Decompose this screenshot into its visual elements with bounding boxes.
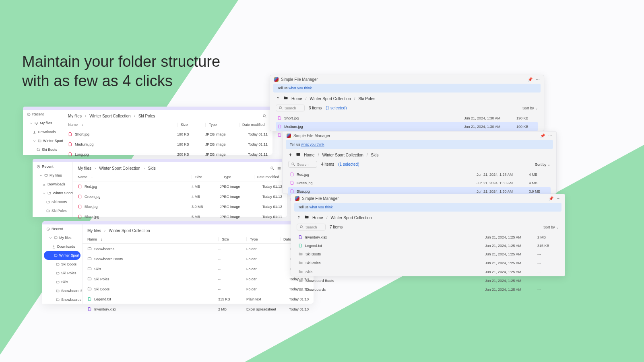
sfm-file-row[interactable]: Legend.txt Jun 21, 2024, 1:25 AM315 KB xyxy=(297,241,559,250)
breadcrumb-item[interactable]: Skis xyxy=(371,153,379,157)
sidebar-tree-item[interactable]: Snowboard Bo.. xyxy=(42,286,82,295)
file-row[interactable]: Snowboard Boots --FolderToday 01:13 xyxy=(83,254,314,264)
sfm-file-row[interactable]: Medium.jpg Jun 21, 2024, 1:30 AM190 KB xyxy=(276,122,538,131)
sidebar-tree-item[interactable]: Ski Boots xyxy=(42,260,82,269)
search-input[interactable]: Search xyxy=(297,224,326,230)
breadcrumb-item[interactable]: Skis xyxy=(148,166,156,171)
search-icon[interactable] xyxy=(262,114,267,119)
sfm-file-row[interactable]: Short.jpg Jun 21, 2024, 1:30 AM190 KB xyxy=(276,114,538,122)
up-icon[interactable] xyxy=(288,152,293,158)
breadcrumb-item[interactable]: Home xyxy=(304,153,315,157)
file-row[interactable]: Legend.txt 315 KBPlain textToday 01:10 xyxy=(83,294,314,304)
breadcrumb-item[interactable]: My files xyxy=(68,114,82,118)
sidebar-recent[interactable]: Recent xyxy=(42,224,82,233)
sfm-file-row[interactable]: Green.jpg Jun 21, 2024, 1:30 AM4 MB xyxy=(288,179,551,187)
sidebar-recent[interactable]: Recent xyxy=(33,162,72,171)
col-type[interactable]: Type xyxy=(220,175,254,179)
pin-icon[interactable]: 📌 xyxy=(549,196,553,201)
breadcrumb-item[interactable]: Winter Sport Collection xyxy=(89,114,130,118)
pin-icon[interactable]: 📌 xyxy=(540,134,545,138)
file-row[interactable]: Snowboards --FolderToday 01:13 xyxy=(83,244,314,254)
col-name[interactable]: Name↓ xyxy=(68,123,177,127)
sidebar-my-files[interactable]: My files xyxy=(23,119,63,128)
breadcrumb-item[interactable]: Winter Sport Collection xyxy=(330,216,372,220)
file-row[interactable]: Long.jpg 200 KBJPEG imageToday 01:11 xyxy=(63,149,272,159)
sfm-file-row[interactable]: Ski Boots Jun 21, 2024, 1:25 AM--- xyxy=(297,250,559,259)
svg-rect-7 xyxy=(54,237,57,239)
sidebar-tree-item[interactable]: Snowboards xyxy=(42,295,82,304)
sfm-file-row[interactable]: Snowboard Boots Jun 21, 2024, 1:25 AM--- xyxy=(297,276,559,285)
sfm-panel-skis: Simple File Manager 📌⋯ Tell us what you … xyxy=(282,131,557,194)
up-icon[interactable] xyxy=(297,215,301,220)
up-icon[interactable] xyxy=(276,96,280,101)
sidebar-my-files[interactable]: My files xyxy=(33,171,72,180)
pin-icon[interactable]: 📌 xyxy=(528,77,533,82)
col-name[interactable]: Name↓ xyxy=(78,175,192,179)
sort-by-button[interactable]: Sort by ⌄ xyxy=(543,225,559,229)
sfm-logo-icon xyxy=(274,77,279,82)
search-input[interactable]: Search xyxy=(276,105,305,111)
sidebar-recent[interactable]: Recent xyxy=(23,110,63,119)
sidebar-tree-item[interactable]: Ski Poles xyxy=(42,269,82,278)
sfm-header: Simple File Manager 📌⋯ xyxy=(270,75,544,84)
breadcrumb-item[interactable]: Winter Sport Collection xyxy=(322,153,363,157)
sfm-file-row[interactable]: Inventory.xlsx Jun 21, 2024, 1:25 AM2 MB xyxy=(297,233,559,241)
sidebar-wsc[interactable]: Winter Sport Colle.. xyxy=(44,251,80,260)
sidebar-wsc[interactable]: Winter Sport Colle.. xyxy=(33,189,72,197)
sidebar-tree-item[interactable]: Ski Boots xyxy=(33,197,72,206)
col-type[interactable]: Type xyxy=(246,237,281,241)
file-row[interactable]: Inventory.xlsx 2 MBExcel spreadsheetToda… xyxy=(83,304,314,314)
col-date[interactable]: Date modified xyxy=(254,175,282,179)
breadcrumb-item[interactable]: My files xyxy=(78,166,91,171)
sfm-file-row[interactable]: Ski Poles Jun 21, 2024, 1:25 AM--- xyxy=(297,259,559,267)
file-row[interactable]: Medium.jpg 190 KBJPEG imageToday 01:11 xyxy=(63,139,272,149)
feedback-bar[interactable]: Tell us what you think xyxy=(273,84,541,93)
search-input[interactable]: Search xyxy=(288,161,317,168)
more-icon[interactable]: ⋯ xyxy=(536,77,540,82)
folder-icon xyxy=(304,215,309,220)
file-row[interactable]: Ski Poles --FolderToday 01:13 xyxy=(83,274,314,284)
sfm-title: Simple File Manager xyxy=(302,196,339,201)
feedback-bar[interactable]: Tell us what you think xyxy=(286,140,553,149)
col-size[interactable]: Size xyxy=(218,237,246,241)
col-name[interactable]: Name↓ xyxy=(87,237,218,241)
sfm-file-row[interactable]: Snowboards Jun 21, 2024, 1:25 AM--- xyxy=(297,285,559,294)
sort-by-button[interactable]: Sort by ⌄ xyxy=(522,106,538,110)
sidebar-downloads[interactable]: Downloads xyxy=(23,128,63,136)
breadcrumb-item[interactable]: Winter Sport Collection xyxy=(109,228,150,233)
file-row[interactable]: Green.jpg 4 MBJPEG imageToday 01:12 xyxy=(73,191,287,202)
file-panel-wsc: Recent My files Downloads Winter Sport C… xyxy=(42,221,314,304)
breadcrumb-item[interactable]: Ski Poles xyxy=(138,114,155,118)
more-icon[interactable]: ⋯ xyxy=(557,196,561,201)
more-icon[interactable]: ⋯ xyxy=(548,134,552,138)
file-row[interactable]: Skis --FolderToday 01:13 xyxy=(83,264,314,274)
col-date[interactable]: Date modified xyxy=(239,123,268,127)
file-row[interactable]: Blue.jpg 3.9 MBJPEG imageToday 01:12 xyxy=(73,202,287,212)
sidebar-wsc[interactable]: Winter Sport Colle.. xyxy=(23,136,63,145)
file-row[interactable]: Black.jpg 5 MBJPEG imageToday 01:11 xyxy=(73,212,287,222)
sidebar-my-files[interactable]: My files xyxy=(42,233,82,242)
breadcrumb-item[interactable]: Home xyxy=(291,97,302,101)
sidebar-downloads[interactable]: Downloads xyxy=(33,180,72,189)
search-icon[interactable] xyxy=(270,166,281,171)
col-size[interactable]: Size xyxy=(177,123,205,127)
col-type[interactable]: Type xyxy=(205,123,239,127)
feedback-bar[interactable]: Tell us what you think xyxy=(294,203,561,212)
sidebar-tree-item[interactable]: Skis xyxy=(42,278,82,286)
breadcrumb-item[interactable]: Winter Sport Collection xyxy=(99,166,140,171)
sidebar-tree-item[interactable]: Ski Boots xyxy=(23,145,63,154)
col-size[interactable]: Size xyxy=(192,175,220,179)
file-row[interactable]: Red.jpg 4 MBJPEG imageToday 01:12 xyxy=(73,181,287,191)
sidebar-tree-item[interactable]: Ski Poles xyxy=(33,206,72,215)
sidebar: Recent My files Downloads Winter Sport C… xyxy=(23,110,63,155)
sfm-file-row[interactable]: Skis Jun 21, 2024, 1:25 AM--- xyxy=(297,267,559,276)
breadcrumb-item[interactable]: Winter Sport Collection xyxy=(310,97,351,101)
file-row[interactable]: Ski Boots --FolderToday 01:13 xyxy=(83,284,314,294)
breadcrumb-item[interactable]: Ski Poles xyxy=(359,97,376,101)
sfm-file-row[interactable]: Red.jpg Jun 21, 2024, 1:28 AM4 MB xyxy=(288,170,551,179)
file-row[interactable]: Short.jpg 190 KBJPEG imageToday 01:11 xyxy=(63,129,272,139)
sort-by-button[interactable]: Sort by ⌄ xyxy=(535,162,551,167)
breadcrumb-item[interactable]: Home xyxy=(312,216,323,220)
sidebar-downloads[interactable]: Downloads xyxy=(42,242,82,251)
breadcrumb-item[interactable]: My files xyxy=(87,228,101,233)
